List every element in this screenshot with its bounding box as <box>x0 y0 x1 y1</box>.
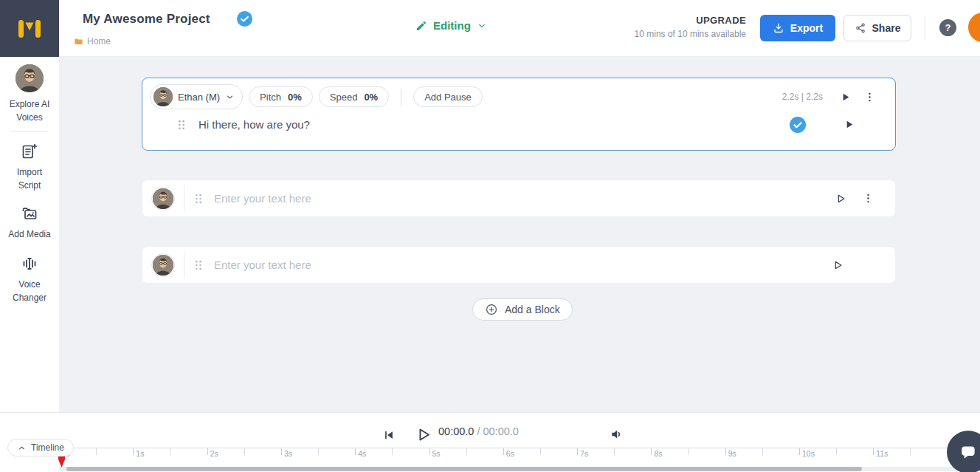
mode-selector[interactable]: Editing <box>415 19 487 32</box>
timeline-tick: 11s <box>873 448 874 455</box>
speech-block-empty[interactable] <box>142 179 896 217</box>
timeline-minor-tick <box>318 448 319 455</box>
timeline-tick-label: 8s <box>654 449 662 458</box>
play-icon <box>843 118 855 131</box>
timeline-toggle[interactable]: Timeline <box>7 439 74 456</box>
help-button[interactable]: ? <box>939 19 956 36</box>
sentence-play-button[interactable] <box>840 115 858 134</box>
global-play-button[interactable] <box>410 422 436 448</box>
block-menu-button[interactable] <box>860 88 879 106</box>
play-outline-icon <box>413 425 433 445</box>
help-glyph: ? <box>945 22 951 33</box>
timeline-tick: 9s <box>725 448 726 455</box>
voice-changer-icon <box>21 255 38 273</box>
skip-to-start-button[interactable] <box>379 425 398 445</box>
timeline-tick: 2s <box>207 448 208 455</box>
project-title[interactable]: My Awesome Project <box>83 12 210 27</box>
user-avatar[interactable] <box>968 13 980 42</box>
text-input[interactable] <box>214 192 831 205</box>
timeline-scrollbar-thumb[interactable] <box>66 467 862 471</box>
speed-control[interactable]: Speed 0% <box>319 86 389 107</box>
block-play-button[interactable] <box>828 256 847 275</box>
volume-button[interactable] <box>607 424 627 445</box>
import-script-icon <box>21 143 38 160</box>
sidebar-item-import-script[interactable]: Import Script <box>0 143 59 192</box>
saved-check-icon <box>237 11 252 27</box>
pitch-control[interactable]: Pitch 0% <box>249 86 313 107</box>
play-icon <box>839 91 852 103</box>
chevron-down-icon <box>477 21 487 31</box>
murf-logo[interactable] <box>0 0 59 57</box>
timeline-tick-label: 1s <box>136 449 144 458</box>
share-button[interactable]: Share <box>843 15 911 41</box>
app-window: My Awesome Project Home Editing UPGRADE … <box>0 0 980 472</box>
upgrade-section[interactable]: UPGRADE 10 mins of 10 mins available <box>606 15 746 39</box>
kebab-icon <box>863 91 876 103</box>
timeline-tick-label: 4s <box>358 449 366 458</box>
breadcrumb-home: Home <box>87 36 111 47</box>
timeline-minor-tick <box>392 448 393 455</box>
sidebar-item-label: Voice Changer <box>6 278 53 304</box>
current-time: 00:00.0 <box>438 425 474 437</box>
timeline-tick: 3s <box>281 448 282 455</box>
export-button[interactable]: Export <box>760 15 835 41</box>
download-icon <box>773 22 784 34</box>
breadcrumb[interactable]: Home <box>74 36 111 47</box>
voice-avatar <box>153 188 173 209</box>
plus-circle-icon <box>485 303 498 316</box>
upgrade-label[interactable]: UPGRADE <box>606 15 746 26</box>
add-pause-button[interactable]: Add Pause <box>413 86 483 107</box>
speech-text[interactable]: Hi there, how are you? <box>199 118 779 131</box>
block-play-button[interactable] <box>836 88 855 106</box>
add-block-button[interactable]: Add a Block <box>472 298 573 321</box>
timeline-tick-label: 5s <box>432 449 441 458</box>
speed-label: Speed <box>330 92 358 103</box>
murf-logo-icon <box>16 16 43 42</box>
time-separator: / <box>474 425 483 437</box>
speech-block-empty[interactable] <box>142 246 896 284</box>
timeline-minor-tick <box>244 448 245 455</box>
chevron-down-icon <box>225 92 235 102</box>
text-input[interactable] <box>214 259 828 271</box>
export-label: Export <box>790 22 823 34</box>
drag-handle-icon[interactable] <box>175 118 188 131</box>
drag-handle-icon[interactable] <box>192 259 205 272</box>
pitch-value: 0% <box>288 92 302 103</box>
quota-text: 10 mins of 10 mins available <box>606 29 746 39</box>
sidebar-item-explore-voices[interactable]: Explore AI Voices <box>0 64 59 124</box>
timeline-minor-tick <box>689 448 689 455</box>
generated-check-icon <box>790 117 806 133</box>
timeline-minor-tick <box>910 448 911 455</box>
timeline-tick-label: 10s <box>802 449 815 458</box>
top-bar-divider <box>925 16 925 40</box>
block-play-button[interactable] <box>831 189 850 208</box>
voice-avatar-ring[interactable] <box>151 253 175 277</box>
folder-icon <box>74 37 83 47</box>
voice-avatar <box>153 87 173 106</box>
sidebar-item-label: Import Script <box>6 165 53 192</box>
volume-icon <box>610 427 624 442</box>
chat-icon <box>959 442 978 462</box>
mode-label: Editing <box>433 19 471 32</box>
drag-handle-icon[interactable] <box>192 192 205 205</box>
timeline-tick-label: 7s <box>580 449 588 458</box>
timeline-tick-label: 9s <box>728 449 736 458</box>
voice-name: Ethan (M) <box>178 92 220 103</box>
voice-selector[interactable]: Ethan (M) <box>150 84 243 109</box>
timeline-tick: 6s <box>503 448 504 455</box>
top-bar: My Awesome Project Home Editing UPGRADE … <box>0 0 980 57</box>
sidebar-divider <box>10 131 49 131</box>
editor-canvas: Ethan (M) Pitch 0% Speed 0% Add Pause 2.… <box>59 57 980 412</box>
speech-block-selected[interactable]: Ethan (M) Pitch 0% Speed 0% Add Pause 2.… <box>142 78 896 151</box>
sidebar-item-add-media[interactable]: Add Media <box>0 205 59 241</box>
total-time: 00:00.0 <box>483 425 518 437</box>
add-block-label: Add a Block <box>505 304 560 315</box>
add-pause-label: Add Pause <box>424 92 472 103</box>
play-outline-icon <box>831 259 844 272</box>
voice-avatar-ring[interactable] <box>151 187 175 211</box>
sidebar-item-voice-changer[interactable]: Voice Changer <box>0 255 59 304</box>
block-menu-button[interactable] <box>859 189 877 208</box>
play-outline-icon <box>834 192 847 205</box>
support-chat-button[interactable] <box>947 431 980 472</box>
timeline-tick: 5s <box>429 448 430 455</box>
